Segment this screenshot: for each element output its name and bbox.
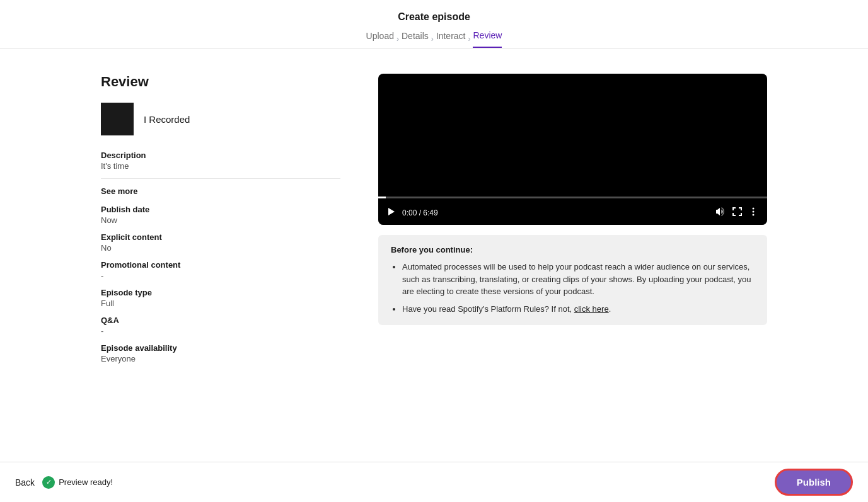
- video-player[interactable]: 0:00 / 6:49: [378, 74, 767, 225]
- notice-title: Before you continue:: [391, 245, 755, 254]
- left-panel: Review I Recorded Description It's time …: [101, 74, 340, 436]
- publish-date-label: Publish date: [101, 205, 340, 214]
- notice-box: Before you continue: Automated processes…: [378, 235, 767, 325]
- footer-left: Back ✓ Preview ready!: [15, 476, 113, 489]
- availability-label: Episode availability: [101, 343, 340, 353]
- description-label: Description: [101, 151, 340, 160]
- breadcrumb-sep-3: ›: [468, 35, 470, 43]
- episode-type-label: Episode type: [101, 288, 340, 297]
- svg-point-3: [753, 214, 755, 216]
- svg-marker-0: [388, 208, 395, 215]
- platform-rules-link[interactable]: click here: [574, 304, 609, 314]
- back-button[interactable]: Back: [15, 477, 35, 488]
- breadcrumb-review[interactable]: Review: [473, 30, 502, 48]
- episode-type-value: Full: [101, 299, 340, 308]
- fullscreen-icon[interactable]: [732, 207, 742, 219]
- availability-value: Everyone: [101, 354, 340, 363]
- breadcrumb-details[interactable]: Details: [402, 31, 429, 47]
- progress-bar[interactable]: [378, 197, 767, 198]
- info-availability: Episode availability Everyone: [101, 343, 340, 363]
- preview-label: Preview ready!: [59, 477, 113, 487]
- page-title: Create episode: [398, 11, 470, 23]
- video-controls: 0:00 / 6:49: [378, 200, 767, 225]
- check-icon: ✓: [42, 476, 55, 489]
- notice-item-1: Automated processes will be used to help…: [402, 261, 755, 298]
- breadcrumb: Upload › Details › Interact › Review: [366, 30, 502, 48]
- qa-value: -: [101, 326, 340, 336]
- review-title: Review: [101, 74, 340, 90]
- progress-fill: [378, 197, 386, 198]
- breadcrumb-interact[interactable]: Interact: [436, 31, 466, 47]
- main-content: Review I Recorded Description It's time …: [0, 48, 868, 462]
- see-more-link[interactable]: See more: [101, 186, 340, 196]
- publish-date-value: Now: [101, 215, 340, 225]
- info-explicit: Explicit content No: [101, 232, 340, 253]
- right-panel: 0:00 / 6:49: [378, 74, 767, 436]
- promotional-value: -: [101, 271, 340, 280]
- info-episode-type: Episode type Full: [101, 288, 340, 308]
- episode-name: I Recorded: [144, 114, 190, 125]
- header: Create episode Upload › Details › Intera…: [0, 0, 868, 48]
- info-description: Description It's time: [101, 151, 340, 171]
- info-qa: Q&A -: [101, 316, 340, 336]
- notice-item-2: Have you read Spotify's Platform Rules? …: [402, 303, 755, 316]
- svg-point-1: [753, 208, 755, 210]
- preview-status: ✓ Preview ready!: [42, 476, 113, 489]
- divider-1: [101, 178, 340, 179]
- promotional-label: Promotional content: [101, 260, 340, 270]
- episode-thumbnail: [101, 103, 134, 135]
- svg-point-2: [753, 211, 755, 213]
- publish-button[interactable]: Publish: [775, 469, 853, 496]
- volume-icon[interactable]: [715, 207, 726, 219]
- qa-label: Q&A: [101, 316, 340, 325]
- time-display: 0:00 / 6:49: [402, 208, 709, 217]
- more-options-icon[interactable]: [748, 207, 758, 219]
- breadcrumb-sep-1: ›: [396, 35, 399, 43]
- explicit-label: Explicit content: [101, 232, 340, 242]
- play-button[interactable]: [387, 207, 396, 218]
- footer: Back ✓ Preview ready! Publish: [0, 462, 868, 502]
- breadcrumb-sep-2: ›: [431, 35, 434, 43]
- info-publish-date: Publish date Now: [101, 205, 340, 225]
- breadcrumb-upload[interactable]: Upload: [366, 31, 394, 47]
- info-promotional: Promotional content -: [101, 260, 340, 280]
- episode-header: I Recorded: [101, 103, 340, 135]
- description-value: It's time: [101, 161, 340, 171]
- explicit-value: No: [101, 243, 340, 253]
- notice-list: Automated processes will be used to help…: [391, 261, 755, 315]
